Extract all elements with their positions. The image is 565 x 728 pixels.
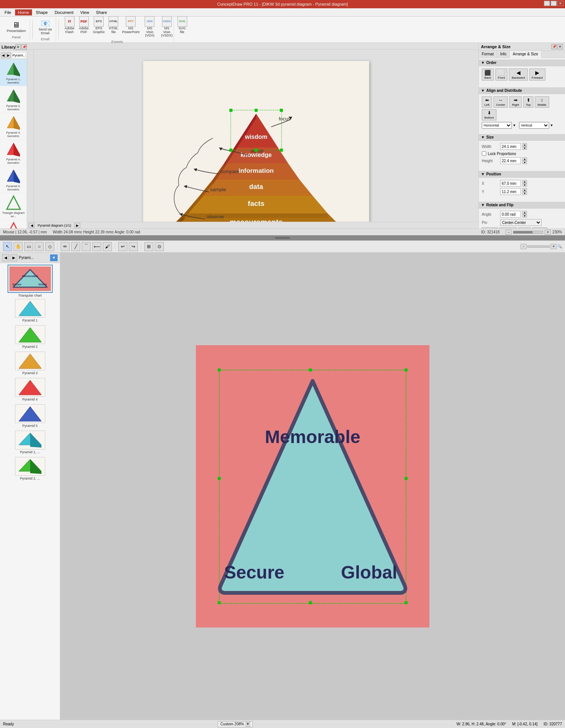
y-input[interactable] — [500, 188, 521, 195]
menu-shape[interactable]: Shape — [33, 9, 51, 15]
canvas-handle-ml[interactable] — [218, 477, 221, 480]
ms-visio-vsdx-button[interactable]: VSDX MS Visio(VSDX) — [159, 15, 174, 39]
angle-input[interactable] — [500, 211, 521, 218]
adobe-pdf-button[interactable]: PDF AdobePDF — [78, 15, 90, 39]
x-decrement-btn[interactable]: ▼ — [522, 183, 527, 187]
align-section-header[interactable]: ▼ Align and Distribute — [479, 87, 565, 94]
vertical-select[interactable]: Vertical — [519, 122, 549, 129]
thumb-back-btn[interactable]: ◀ — [2, 254, 9, 261]
shape-item-pyramid1[interactable]: Pyramid 1 — [2, 299, 58, 322]
angle-increment-btn[interactable]: ▲ — [522, 211, 527, 214]
ms-powerpoint-button[interactable]: PPT MSPowerPoint — [121, 15, 140, 39]
library-item-triangle-diagram-1[interactable]: Triangle diagram wi... — [0, 193, 27, 220]
library-item-pyramid2-isometric[interactable]: Pyramid 2, isometric — [0, 86, 27, 113]
tab-format[interactable]: Format — [479, 51, 497, 58]
minimize-button[interactable]: ─ — [544, 1, 550, 6]
align-left-button[interactable]: ⬅ Left — [482, 96, 492, 108]
canvas-handle-mr[interactable] — [405, 477, 408, 480]
handle-tl[interactable] — [229, 109, 232, 112]
handle-tr[interactable] — [280, 109, 283, 112]
shape-item-pyramid2[interactable]: Pyramid 2 — [2, 325, 58, 349]
shape-item-pyramid3[interactable]: Pyramid 3 — [2, 352, 58, 375]
thumb-forward-btn[interactable]: ▶ — [11, 254, 17, 261]
svg-button[interactable]: SVG SVGfile — [176, 15, 188, 39]
select-tool-btn[interactable]: ↖ — [3, 242, 12, 251]
shape-item-pyramid2-alt[interactable]: Pyramid 2, ... — [2, 457, 58, 480]
html-button[interactable]: HTML HTMLfile — [107, 15, 119, 39]
height-increment-btn[interactable]: ▲ — [522, 157, 527, 161]
handle-bl[interactable] — [229, 149, 232, 152]
canvas-handle-tr[interactable] — [405, 369, 408, 372]
shape-item-pyramid1-alt[interactable]: Pyramid 1, ... — [2, 431, 58, 454]
library-pin-btn[interactable]: 📌 — [21, 44, 27, 50]
shape-item-pyramid5[interactable]: Pyramid 5 — [2, 404, 58, 428]
order-section-header[interactable]: ▼ Order — [479, 59, 565, 66]
close-button[interactable]: ✕ — [557, 1, 563, 6]
adobe-flash-button[interactable]: Fl AdobeFlash — [63, 15, 76, 39]
pan-tool-btn[interactable]: ✋ — [14, 242, 23, 251]
zoom-select-btn[interactable]: ⊙ — [155, 242, 164, 251]
handle-bm[interactable] — [255, 149, 258, 152]
send-email-button[interactable]: 📧 Send viaEmail — [37, 18, 53, 36]
y-decrement-btn[interactable]: ▼ — [522, 192, 527, 195]
align-middle-button[interactable]: ↕ Middle — [535, 96, 549, 108]
library-item-pyramid1-isometric[interactable]: Pyramid 1, isometric — [0, 59, 27, 86]
width-input[interactable] — [500, 143, 521, 150]
panel-pin-btn[interactable]: 📌 — [551, 44, 557, 49]
ellipse-tool-btn[interactable]: ○ — [35, 242, 44, 251]
library-item-pyramid3-isometric[interactable]: Pyramid 3, isometric — [0, 113, 27, 140]
width-increment-btn[interactable]: ▲ — [522, 143, 527, 146]
library-item-pyramid5-isometric[interactable]: Pyramid 5, isometric — [0, 166, 27, 193]
bottom-zoom-in-btn[interactable]: + — [551, 244, 557, 249]
menu-file[interactable]: File — [2, 9, 14, 15]
undo-btn[interactable]: ↩ — [118, 242, 127, 251]
canvas-handle-tl[interactable] — [218, 369, 221, 372]
scroll-right-btn[interactable]: ▶ — [74, 223, 80, 228]
height-input[interactable] — [500, 157, 521, 164]
lock-proportions-checkbox[interactable] — [482, 151, 486, 156]
paint-tool-btn[interactable]: 🖌 — [103, 242, 112, 251]
pencil-tool-btn[interactable]: ✏ — [61, 242, 70, 251]
forward-button[interactable]: ▶ Forward — [529, 69, 545, 81]
eps-button[interactable]: EPS EPSGraphic — [92, 15, 106, 39]
panel-close-btn[interactable]: ✕ — [557, 44, 563, 49]
redo-btn[interactable]: ↪ — [129, 242, 138, 251]
x-input[interactable] — [500, 180, 521, 187]
library-forward-btn[interactable]: ▶ — [6, 52, 11, 58]
tab-info[interactable]: Info — [497, 51, 510, 58]
align-center-button[interactable]: ↔ Center — [493, 96, 508, 108]
canvas-handle-br[interactable] — [405, 601, 408, 604]
front-button[interactable]: ⬜ Front — [495, 69, 508, 81]
bottom-canvas[interactable]: Memorable Secure Global — [60, 253, 565, 720]
align-bottom-button[interactable]: ⬇ Bottom — [482, 109, 496, 120]
y-increment-btn[interactable]: ▲ — [522, 188, 527, 192]
tab-arrange-size[interactable]: Arrange & Size — [510, 51, 541, 58]
line-tool-btn[interactable]: ╱ — [71, 242, 80, 251]
position-section-header[interactable]: ▼ Position — [479, 171, 565, 178]
align-top-button[interactable]: ⬆ Top — [523, 96, 533, 108]
handle-tm[interactable] — [255, 109, 258, 112]
arc-tool-btn[interactable]: ⌒ — [82, 242, 91, 251]
backward-button[interactable]: ◀ Backward — [509, 69, 527, 81]
rect-tool-btn[interactable]: ▭ — [24, 242, 33, 251]
horizontal-select[interactable]: Horizontal — [482, 122, 512, 129]
align-right-button[interactable]: ➡ Right — [509, 96, 522, 108]
bottom-zoom-magnify-btn[interactable]: 🔍 — [557, 244, 562, 248]
zoom-in-btn[interactable]: + — [545, 230, 551, 235]
connect-tool-btn[interactable]: ⟵ — [92, 242, 101, 251]
shape-item-pyramid4[interactable]: Pyramid 4 — [2, 378, 58, 401]
pin-select[interactable]: Center-Center Center Right — [500, 219, 542, 226]
x-increment-btn[interactable]: ▲ — [522, 180, 527, 183]
back-button[interactable]: ⬛ Back — [482, 69, 494, 81]
angle-decrement-btn[interactable]: ▼ — [522, 214, 527, 218]
canvas-handle-bl[interactable] — [218, 601, 221, 604]
library-close-btn[interactable]: ✕ — [15, 44, 21, 50]
bottom-zoom-out-btn[interactable]: - — [521, 244, 527, 249]
zoom-dropdown-btn[interactable]: ▼ — [246, 722, 250, 726]
thumb-dropdown-btn[interactable]: ▼ — [50, 254, 58, 261]
menu-home[interactable]: Home — [15, 9, 32, 15]
presentation-button[interactable]: 🖥 Presentation — [5, 20, 27, 34]
maximize-button[interactable]: □ — [551, 1, 557, 6]
panel-divider[interactable] — [0, 235, 565, 241]
size-section-header[interactable]: ▼ Size — [479, 134, 565, 141]
